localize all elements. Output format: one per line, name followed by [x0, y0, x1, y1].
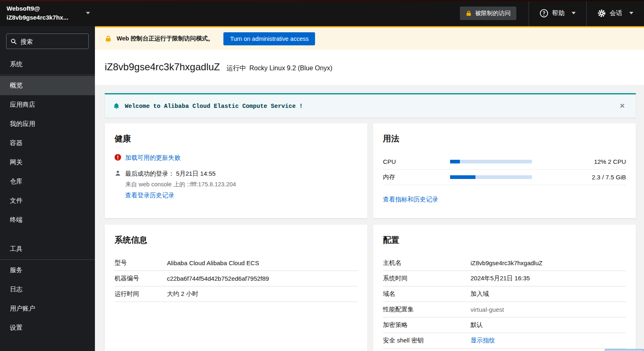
- bottom-right-partial-element: [605, 349, 644, 351]
- crypto-policy-row: 加密策略 默认: [383, 317, 626, 333]
- sidebar-divider: [0, 75, 95, 75]
- memory-progress-bar: [450, 175, 532, 179]
- memory-label: 内存: [383, 173, 450, 181]
- sidebar-divider: [0, 259, 95, 260]
- turn-on-admin-access-button[interactable]: Turn on administrative access: [223, 32, 315, 45]
- system-time-row: 系统时间 2024年5月21日 16:35: [383, 271, 626, 286]
- page-title: iZ8vb9gse4rc3k7hxgadluZ: [105, 61, 220, 73]
- sidebar-search[interactable]: [6, 34, 89, 49]
- cpu-progress-bar: [450, 160, 532, 163]
- welcome-message: Welcome to Alibaba Cloud Elastic Compute…: [125, 103, 612, 110]
- updates-error-link[interactable]: 加载可用的更新失败: [125, 154, 180, 162]
- system-info-card-title: 系统信息: [115, 235, 358, 246]
- chevron-down-icon: [629, 12, 633, 14]
- cpu-progress-fill: [450, 160, 460, 163]
- host-state: 运行中: [227, 64, 246, 73]
- usage-card: 用法 CPU 12% 2 CPU 内存 2.3 / 7.5 GiB 查看指标和历…: [373, 123, 636, 218]
- performance-profile-value: virtual-guest: [471, 306, 504, 313]
- show-fingerprints-link[interactable]: 显示指纹: [471, 337, 495, 344]
- restricted-mode-banner: Web 控制台正运行于限制访问模式。 Turn on administrativ…: [95, 26, 644, 50]
- uptime-label: 运行时间: [115, 290, 167, 298]
- restricted-access-badge[interactable]: 被限制的访问: [460, 7, 516, 20]
- host-switcher[interactable]: Websoft9@ iZ8vb9gse4rc3k7hx...: [0, 0, 95, 26]
- sidebar-item-system[interactable]: 系统: [0, 55, 95, 74]
- crypto-policy-value: 默认: [471, 321, 483, 329]
- masthead: Websoft9@ iZ8vb9gse4rc3k7hx... 被限制的访问 帮助…: [0, 0, 644, 26]
- overview-content: Welcome to Alibaba Cloud Elastic Compute…: [95, 85, 644, 351]
- search-icon: [11, 38, 17, 45]
- sidebar-item-tools[interactable]: 工具: [0, 239, 95, 259]
- hostname-label: 主机名: [383, 259, 471, 267]
- gear-icon: [597, 9, 606, 18]
- ssh-keys-label: 安全 shell 密钥: [383, 337, 471, 344]
- cpu-label: CPU: [383, 158, 450, 165]
- domain-row: 域名 加入域: [383, 286, 626, 302]
- sidebar-item-app-store[interactable]: 应用商店: [0, 95, 95, 114]
- system-info-card: 系统信息 型号 Alibaba Cloud Alibaba Cloud ECS …: [105, 225, 367, 351]
- uptime-value: 大约 2 小时: [167, 290, 198, 298]
- close-icon[interactable]: ✕: [617, 100, 628, 112]
- join-domain-value: 加入域: [471, 290, 489, 298]
- user-icon: [115, 170, 121, 177]
- sidebar-item-overview[interactable]: 概览: [0, 76, 95, 95]
- model-value: Alibaba Cloud Alibaba Cloud ECS: [167, 259, 259, 266]
- ssh-keys-row: 安全 shell 密钥 显示指纹: [383, 333, 626, 349]
- sidebar-item-settings[interactable]: 设置: [0, 318, 95, 338]
- machine-id-row: 机器编号 c22ba6f744f54d42b752ed6af7952f89: [115, 271, 358, 286]
- last-login-time: 5月21日 14:55: [176, 170, 216, 177]
- machine-id-value: c22ba6f744f54d42b752ed6af7952f89: [167, 275, 269, 282]
- question-circle-icon: [540, 9, 548, 18]
- sidebar-nav: 系统 概览 应用商店 我的应用 容器 网关 仓库 文件 终端 工具 服务 日志 …: [0, 55, 95, 338]
- performance-profile-row: 性能配置集 virtual-guest: [383, 302, 626, 317]
- usage-card-title: 用法: [383, 133, 626, 144]
- hostname-row: 主机名 iZ8vb9gse4rc3k7hxgadluZ: [383, 255, 626, 271]
- sidebar-item-accounts[interactable]: 用户账户: [0, 299, 95, 318]
- sidebar-item-containers[interactable]: 容器: [0, 134, 95, 153]
- last-login-item: 最后成功的登录： 5月21日 14:55 来自 web console 上的 :…: [115, 170, 358, 199]
- hostname-value: iZ8vb9gse4rc3k7hxgadluZ: [471, 259, 543, 266]
- performance-profile-label: 性能配置集: [383, 306, 471, 313]
- sidebar-item-services[interactable]: 服务: [0, 261, 95, 280]
- chevron-down-icon: [572, 12, 576, 14]
- sidebar-item-terminal[interactable]: 终端: [0, 210, 95, 230]
- sidebar-item-my-apps[interactable]: 我的应用: [0, 114, 95, 134]
- memory-usage-value: 2.3 / 7.5 GiB: [532, 174, 626, 181]
- session-label: 会话: [610, 9, 622, 18]
- sidebar: 系统 概览 应用商店 我的应用 容器 网关 仓库 文件 终端 工具 服务 日志 …: [0, 26, 95, 351]
- sidebar-gap: [0, 230, 95, 239]
- sidebar-item-logs[interactable]: 日志: [0, 280, 95, 299]
- system-time-label: 系统时间: [383, 275, 471, 282]
- cpu-usage-row: CPU 12% 2 CPU: [383, 154, 626, 170]
- crypto-policy-label: 加密策略: [383, 321, 471, 329]
- main-area: Web 控制台正运行于限制访问模式。 Turn on administrativ…: [95, 26, 644, 351]
- bell-icon: [113, 103, 120, 110]
- configuration-card: 配置 主机名 iZ8vb9gse4rc3k7hxgadluZ 系统时间 2024…: [373, 225, 636, 351]
- model-row: 型号 Alibaba Cloud Alibaba Cloud ECS: [115, 255, 358, 271]
- metrics-history-link[interactable]: 查看指标和历史记录: [383, 196, 626, 203]
- system-time-value: 2024年5月21日 16:35: [471, 275, 530, 282]
- updates-error-item: 加载可用的更新失败: [115, 154, 358, 162]
- sidebar-item-repository[interactable]: 仓库: [0, 172, 95, 191]
- uptime-row: 运行时间 大约 2 小时: [115, 286, 358, 302]
- configuration-card-title: 配置: [383, 235, 626, 246]
- login-history-link[interactable]: 查看登录历史记录: [125, 192, 174, 199]
- session-menu[interactable]: 会话: [587, 0, 644, 26]
- help-menu[interactable]: 帮助: [529, 0, 586, 26]
- sidebar-item-files[interactable]: 文件: [0, 191, 95, 210]
- search-input[interactable]: [20, 38, 102, 45]
- hardware-details-link[interactable]: 查看硬件详细信息: [115, 348, 358, 351]
- help-label: 帮助: [552, 9, 565, 18]
- last-login-details: 最后成功的登录： 5月21日 14:55 来自 web console 上的 :…: [125, 170, 236, 199]
- lock-icon: [105, 35, 112, 42]
- cards-grid: 健康 加载可用的更新失败 最后成功的登录： 5月21日 14:55: [105, 123, 636, 351]
- model-label: 型号: [115, 259, 167, 267]
- page-header: iZ8vb9gse4rc3k7hxgadluZ 运行中 Rocky Linux …: [95, 50, 644, 85]
- sidebar-item-gateway[interactable]: 网关: [0, 153, 95, 172]
- restricted-banner-message: Web 控制台正运行于限制访问模式。: [117, 35, 214, 42]
- brand-user: Websoft9@: [7, 4, 86, 13]
- cpu-usage-value: 12% 2 CPU: [532, 158, 626, 165]
- domain-label: 域名: [383, 290, 471, 298]
- health-card: 健康 加载可用的更新失败 最后成功的登录： 5月21日 14:55: [105, 123, 367, 218]
- chevron-down-icon: [86, 12, 90, 14]
- memory-progress-fill: [450, 175, 475, 179]
